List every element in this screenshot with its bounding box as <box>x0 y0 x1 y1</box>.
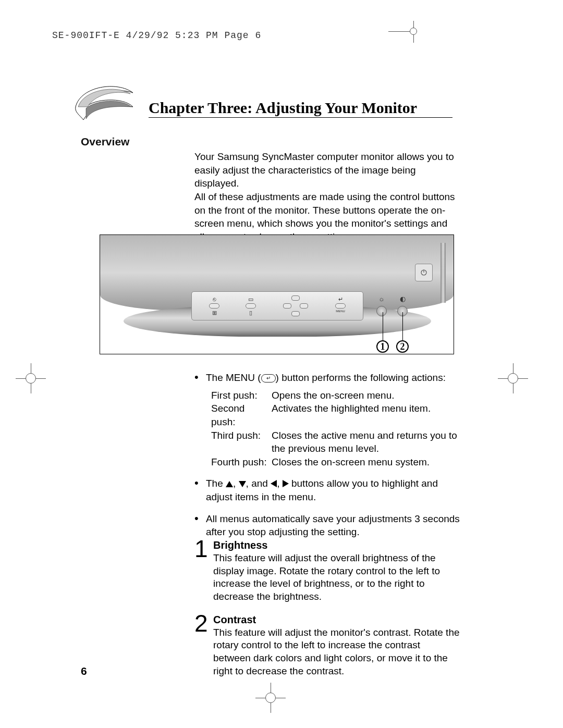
item-body-brightness: This feature will adjust the overall bri… <box>213 552 460 603</box>
push-row: Third push: Closes the active menu and r… <box>211 429 460 455</box>
bullet-menu-button: • The MENU (↵) button performs the follo… <box>194 371 460 468</box>
chapter-title: Chapter Three: Adjusting Your Monitor <box>149 99 417 117</box>
brand-swoosh-icon <box>73 78 136 128</box>
item-number-2: 2 <box>194 613 213 678</box>
crop-mark-left <box>16 363 47 394</box>
bullet-icon: • <box>194 477 206 503</box>
bullet-auto-save: • All menus automatically save your adju… <box>194 512 460 539</box>
push-value: Opens the on-screen menu. <box>272 389 460 402</box>
crop-mark-bottom <box>255 683 287 714</box>
panel-button <box>335 303 346 309</box>
push-label: Second push: <box>211 402 272 428</box>
panel-button <box>246 303 256 309</box>
dpad-down-icon <box>291 311 300 316</box>
menu-button-icon: ↵ <box>261 374 276 382</box>
push-row: Second push: Activates the highlighted m… <box>211 402 460 428</box>
brightness-knob <box>376 306 387 316</box>
panel-dpad <box>282 293 309 318</box>
overview-paragraph-1: Your Samsung SyncMaster computer monitor… <box>194 151 454 189</box>
menu-bullet-list: • The MENU (↵) button performs the follo… <box>194 371 460 547</box>
arrows-sep-3: , <box>277 478 283 489</box>
menu-label: MENU <box>336 310 345 316</box>
grid-icon: ⊞ <box>212 310 217 316</box>
menu-intro-post: ) button performs the following actions: <box>276 372 446 383</box>
auto-save-text: All menus automatically save your adjust… <box>206 512 460 539</box>
panel-btn-col-2: ▭ ▯ <box>246 296 256 316</box>
front-control-panel: ⎋ ⊞ ▭ ▯ ↵ MENU <box>191 291 363 320</box>
push-row: First push: Opens the on-screen menu. <box>211 389 460 402</box>
push-label: First push: <box>211 389 272 402</box>
section-heading-overview: Overview <box>81 135 129 148</box>
push-value: Closes the active menu and returns you t… <box>272 429 460 455</box>
brightness-icon: ☼ <box>378 295 385 303</box>
power-button <box>415 264 433 281</box>
panel-btn-col-1: ⎋ ⊞ <box>209 296 219 316</box>
crop-mark-right <box>498 363 529 394</box>
arrows-text-pre: The <box>206 478 226 489</box>
print-slug-line: SE-900IFT-E 4/29/92 5:23 PM Page 6 <box>52 30 261 41</box>
callout-leader-1 <box>383 312 383 343</box>
dpad-up-icon <box>291 295 300 301</box>
dpad-right-icon <box>300 303 308 309</box>
callout-number-1: 1 <box>376 340 389 353</box>
enter-icon: ↵ <box>338 296 343 302</box>
arrows-sep-2: , and <box>246 478 271 489</box>
rotary-knobs: ☼ ◐ <box>376 295 408 316</box>
item-brightness: 1 Brightness This feature will adjust th… <box>194 538 460 603</box>
panel-button <box>209 303 219 309</box>
push-label: Third push: <box>211 429 272 455</box>
exit-icon: ⎋ <box>213 296 216 302</box>
brightness-knob-group: ☼ <box>376 295 387 316</box>
item-title-brightness: Brightness <box>213 538 460 552</box>
push-label: Fourth push: <box>211 455 272 469</box>
push-value: Closes the on-screen menu system. <box>272 455 460 469</box>
contrast-icon: ◐ <box>400 295 406 303</box>
push-value: Activates the highlighted menu item. <box>272 402 460 428</box>
numbered-items: 1 Brightness This feature will adjust th… <box>194 538 460 687</box>
callout-leader-2 <box>402 312 403 343</box>
overview-paragraph: Your Samsung SyncMaster computer monitor… <box>194 150 455 243</box>
dpad-left-icon <box>283 303 291 309</box>
panel-btn-col-3: ↵ MENU <box>335 296 346 316</box>
arrows-sep-1: , <box>233 478 239 489</box>
callout-number-2: 2 <box>396 340 409 353</box>
monitor-controls-figure: ⎋ ⊞ ▭ ▯ ↵ MENU ☼ ◐ 1 <box>100 235 454 354</box>
item-contrast: 2 Contrast This feature will adjust the … <box>194 613 460 678</box>
bullet-arrow-buttons: • The , , and , buttons allow you to hig… <box>194 477 460 503</box>
left-triangle-icon <box>271 480 277 487</box>
item-body-contrast: This feature will adjust the monitor's c… <box>213 626 460 678</box>
crop-mark-top <box>388 21 430 42</box>
bullet-icon: • <box>194 371 206 468</box>
down-triangle-icon <box>239 481 246 487</box>
right-triangle-icon <box>283 480 289 487</box>
page-number: 6 <box>81 665 87 677</box>
size-v-icon: ▯ <box>249 310 252 316</box>
bezel-edge <box>440 243 446 303</box>
power-icon <box>420 269 427 276</box>
push-row: Fourth push: Closes the on-screen menu s… <box>211 455 460 469</box>
chapter-title-rule <box>149 117 452 118</box>
menu-intro-pre: The MENU ( <box>206 372 261 383</box>
item-number-1: 1 <box>194 538 213 603</box>
item-title-contrast: Contrast <box>213 613 460 626</box>
up-triangle-icon <box>226 481 233 487</box>
size-h-icon: ▭ <box>248 296 253 302</box>
